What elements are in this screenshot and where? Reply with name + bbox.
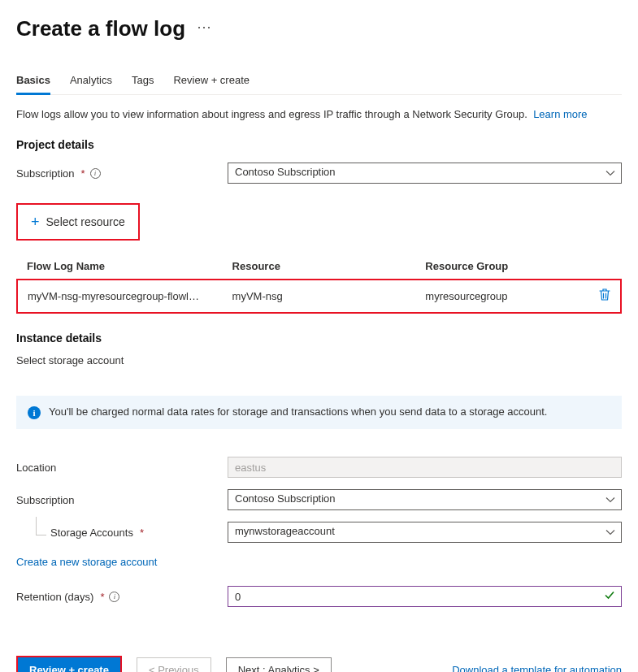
previous-button: < Previous	[137, 657, 211, 672]
select-resource-highlight: + Select resource	[16, 203, 140, 241]
required-indicator: *	[81, 167, 85, 180]
cell-resource-group: myresourcegroup	[415, 280, 584, 313]
subscription-row: Subscription * i Contoso Subscription	[16, 163, 622, 184]
select-resource-label: Select resource	[46, 215, 125, 228]
next-button[interactable]: Next : Analytics >	[226, 657, 332, 672]
storage-accounts-label-text: Storage Accounts	[50, 527, 133, 539]
subscription-select[interactable]: Contoso Subscription	[228, 163, 622, 184]
download-template-link[interactable]: Download a template for automation	[452, 664, 622, 673]
review-create-highlight: Review + create	[16, 656, 122, 672]
required-indicator: *	[100, 591, 104, 603]
check-icon	[604, 590, 615, 604]
retention-input[interactable]	[228, 586, 622, 607]
storage-subscription-row: Subscription Contoso Subscription	[16, 489, 622, 510]
tab-description: Flow logs allow you to view information …	[16, 108, 622, 120]
review-create-button[interactable]: Review + create	[18, 657, 120, 672]
storage-subscription-select[interactable]: Contoso Subscription	[228, 489, 622, 510]
tab-analytics[interactable]: Analytics	[70, 74, 112, 94]
table-row[interactable]: myVM-nsg-myresourcegroup-flowl… myVM-nsg…	[17, 280, 621, 313]
cell-resource: myVM-nsg	[223, 280, 416, 313]
page-header: Create a flow log ⋯	[16, 16, 622, 41]
instance-details-heading: Instance details	[16, 332, 622, 345]
select-resource-button[interactable]: + Select resource	[20, 206, 137, 237]
resource-table: Flow Log Name Resource Resource Group my…	[16, 254, 622, 314]
info-icon[interactable]: i	[90, 168, 101, 179]
project-details-heading: Project details	[16, 138, 622, 151]
info-icon: i	[28, 406, 41, 419]
tab-tags[interactable]: Tags	[132, 74, 154, 94]
storage-accounts-select[interactable]: mynwstorageaccount	[228, 522, 622, 543]
subscription-label-text: Subscription	[16, 167, 75, 180]
storage-subscription-label-text: Subscription	[16, 494, 75, 506]
cell-flow-log-name: myVM-nsg-myresourcegroup-flowl…	[17, 280, 223, 313]
banner-text: You'll be charged normal data rates for …	[49, 405, 547, 418]
storage-accounts-label: Storage Accounts *	[16, 527, 228, 539]
info-icon[interactable]: i	[109, 592, 119, 602]
col-resource-group: Resource Group	[415, 254, 584, 280]
trash-icon	[599, 288, 610, 301]
wizard-footer: Review + create < Previous Next : Analyt…	[16, 656, 622, 672]
tab-description-text: Flow logs allow you to view information …	[16, 108, 527, 120]
plus-icon: +	[31, 215, 40, 229]
location-input	[228, 457, 622, 478]
tab-bar: Basics Analytics Tags Review + create	[16, 74, 622, 95]
storage-accounts-row: Storage Accounts * mynwstorageaccount	[16, 522, 622, 543]
delete-row-button[interactable]	[584, 280, 621, 313]
page-title: Create a flow log	[16, 16, 185, 41]
storage-subscription-label: Subscription	[16, 494, 228, 506]
storage-charge-banner: i You'll be charged normal data rates fo…	[16, 396, 622, 429]
retention-label-text: Retention (days)	[16, 591, 93, 603]
col-flow-log-name: Flow Log Name	[17, 254, 223, 280]
tab-review-create[interactable]: Review + create	[173, 74, 250, 94]
retention-row: Retention (days) * i	[16, 586, 622, 607]
tab-basics[interactable]: Basics	[16, 74, 50, 95]
more-actions-icon[interactable]: ⋯	[197, 18, 213, 36]
required-indicator: *	[140, 527, 144, 539]
create-storage-account-link[interactable]: Create a new storage account	[16, 556, 157, 568]
select-storage-subheading: Select storage account	[16, 354, 622, 366]
retention-label: Retention (days) * i	[16, 591, 228, 603]
learn-more-link[interactable]: Learn more	[533, 108, 587, 120]
subscription-label: Subscription * i	[16, 167, 228, 180]
location-label: Location	[16, 462, 228, 474]
col-resource: Resource	[223, 254, 416, 280]
location-label-text: Location	[16, 462, 56, 474]
location-row: Location	[16, 457, 622, 478]
